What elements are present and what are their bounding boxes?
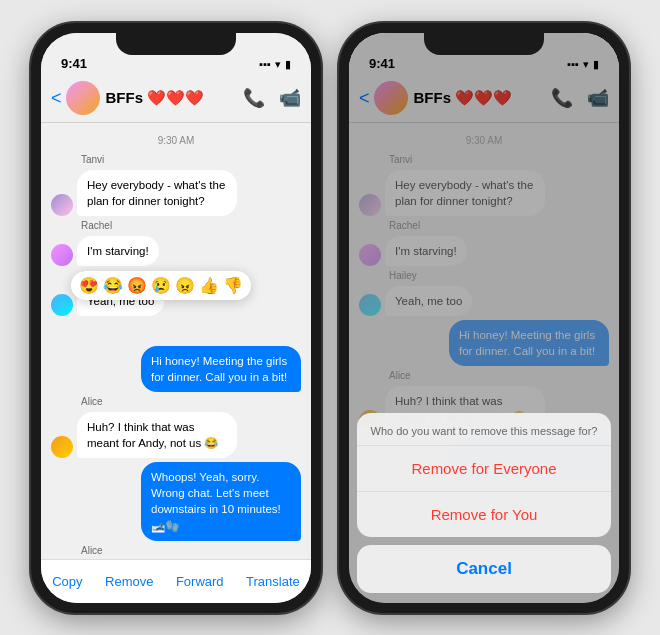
back-button-1[interactable]: < xyxy=(51,88,62,109)
remove-everyone-option[interactable]: Remove for Everyone xyxy=(357,446,611,492)
phone-frame-1: 9:41 ▪▪▪ ▾ ▮ < BFFs ❤️❤️❤️ 📞 📹 9:30 xyxy=(31,23,321,613)
status-time-1: 9:41 xyxy=(61,56,87,71)
wifi-icon-1: ▾ xyxy=(275,58,281,71)
copy-button[interactable]: Copy xyxy=(52,574,82,589)
reaction-bar-1[interactable]: 😍 😂 😡 😢 😠 👍 👎 xyxy=(71,271,251,300)
phone-2: 9:41 ▪▪▪ ▾ ▮ < BFFs ❤️❤️❤️ 📞 📹 9:30 xyxy=(339,23,629,613)
status-icons-1: ▪▪▪ ▾ ▮ xyxy=(259,58,291,71)
sender-rachel-1: Rachel xyxy=(81,220,301,231)
reaction-cry-icon[interactable]: 😢 xyxy=(151,276,171,295)
avatar-hailey-1 xyxy=(51,294,73,316)
reaction-thumbsdown-icon[interactable]: 👎 xyxy=(223,276,243,295)
forward-button[interactable]: Forward xyxy=(176,574,224,589)
battery-icon-1: ▮ xyxy=(285,58,291,71)
timestamp-1: 9:30 AM xyxy=(51,135,301,146)
phone-1: 9:41 ▪▪▪ ▾ ▮ < BFFs ❤️❤️❤️ 📞 📹 9:30 xyxy=(31,23,321,613)
msg-row-tanvi-1: Hey everybody - what's the plan for dinn… xyxy=(51,170,301,216)
bubble-tanvi-1: Hey everybody - what's the plan for dinn… xyxy=(77,170,237,216)
header-action-icons-1: 📞 📹 xyxy=(243,87,301,109)
bubble-out2-1: Whoops! Yeah, sorry. Wrong chat. Let's m… xyxy=(141,462,301,540)
avatar-tanvi-1 xyxy=(51,194,73,216)
sheet-title: Who do you want to remove this message f… xyxy=(357,413,611,446)
bubble-alice1-1: Huh? I think that was meant for Andy, no… xyxy=(77,412,237,458)
remove-for-you-option[interactable]: Remove for You xyxy=(357,492,611,537)
translate-button[interactable]: Translate xyxy=(246,574,300,589)
msg-row-out1-1: Hi honey! Meeting the girls for dinner. … xyxy=(51,346,301,392)
chat-title-1: BFFs ❤️❤️❤️ xyxy=(106,89,243,107)
action-sheet-overlay: Who do you want to remove this message f… xyxy=(349,33,619,603)
msg-row-alice1-1: Huh? I think that was meant for Andy, no… xyxy=(51,412,301,458)
bubble-rachel-1: I'm starving! xyxy=(77,236,159,266)
screen-1: 9:41 ▪▪▪ ▾ ▮ < BFFs ❤️❤️❤️ 📞 📹 9:30 xyxy=(41,33,311,603)
avatar-rachel-1 xyxy=(51,244,73,266)
sheet-options: Who do you want to remove this message f… xyxy=(357,413,611,537)
phone-icon-1[interactable]: 📞 xyxy=(243,87,265,109)
msg-row-out2-1: Whoops! Yeah, sorry. Wrong chat. Let's m… xyxy=(51,462,301,540)
sender-alice2-1: Alice xyxy=(81,545,301,556)
reaction-grr-icon[interactable]: 😠 xyxy=(175,276,195,295)
chat-header-1: < BFFs ❤️❤️❤️ 📞 📹 xyxy=(41,75,311,123)
reaction-angry-icon[interactable]: 😡 xyxy=(127,276,147,295)
group-avatar-1 xyxy=(66,81,100,115)
reaction-laugh-icon[interactable]: 😂 xyxy=(103,276,123,295)
notch-1 xyxy=(116,33,236,55)
action-bar-1: Copy Remove Forward Translate xyxy=(41,559,311,603)
notch-2 xyxy=(424,33,544,55)
remove-button[interactable]: Remove xyxy=(105,574,153,589)
bubble-out1-1: Hi honey! Meeting the girls for dinner. … xyxy=(141,346,301,392)
sender-tanvi-1: Tanvi xyxy=(81,154,301,165)
sender-alice1-1: Alice xyxy=(81,396,301,407)
msg-row-rachel-1: I'm starving! xyxy=(51,236,301,266)
cancel-button[interactable]: Cancel xyxy=(357,545,611,593)
screen-2: 9:41 ▪▪▪ ▾ ▮ < BFFs ❤️❤️❤️ 📞 📹 9:30 xyxy=(349,33,619,603)
reaction-love-icon[interactable]: 😍 xyxy=(79,276,99,295)
messages-area-1: 9:30 AM Tanvi Hey everybody - what's the… xyxy=(41,123,311,559)
signal-icon-1: ▪▪▪ xyxy=(259,58,271,70)
video-icon-1[interactable]: 📹 xyxy=(279,87,301,109)
avatar-alice1-1 xyxy=(51,436,73,458)
phone-frame-2: 9:41 ▪▪▪ ▾ ▮ < BFFs ❤️❤️❤️ 📞 📹 9:30 xyxy=(339,23,629,613)
reaction-thumbsup-icon[interactable]: 👍 xyxy=(199,276,219,295)
